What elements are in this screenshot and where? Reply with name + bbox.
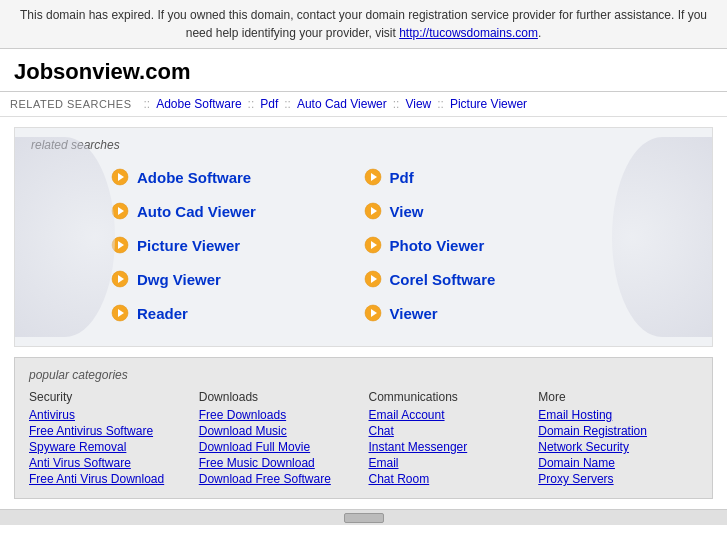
circle-decoration-right (612, 137, 712, 337)
category-column-communications: Communications Email Account Chat Instan… (369, 390, 529, 488)
list-item: View (364, 194, 617, 228)
category-link-download-full-movie[interactable]: Download Full Movie (199, 440, 359, 454)
main-content: related searches Adobe Software (0, 117, 727, 509)
search-link-view[interactable]: View (390, 203, 424, 220)
scroll-thumb[interactable] (344, 513, 384, 523)
separator-2: :: (248, 97, 255, 111)
category-link-chat[interactable]: Chat (369, 424, 529, 438)
related-bar-link-3[interactable]: View (405, 97, 431, 111)
site-title: Jobsonview.com (0, 49, 727, 92)
category-link-chat-room[interactable]: Chat Room (369, 472, 529, 486)
category-link-anti-virus[interactable]: Anti Virus Software (29, 456, 189, 470)
category-column-security: Security Antivirus Free Antivirus Softwa… (29, 390, 189, 488)
separator-4: :: (393, 97, 400, 111)
category-column-downloads: Downloads Free Downloads Download Music … (199, 390, 359, 488)
search-link-photo-viewer[interactable]: Photo Viewer (390, 237, 485, 254)
category-link-network-security[interactable]: Network Security (538, 440, 698, 454)
category-link-free-anti-virus-download[interactable]: Free Anti Virus Download (29, 472, 189, 486)
search-link-viewer[interactable]: Viewer (390, 305, 438, 322)
list-item: Reader (111, 296, 364, 330)
list-item: Pdf (364, 160, 617, 194)
category-link-free-antivirus[interactable]: Free Antivirus Software (29, 424, 189, 438)
related-bar-link-0[interactable]: Adobe Software (156, 97, 241, 111)
search-link-adobe-software[interactable]: Adobe Software (137, 169, 251, 186)
related-bar-link-2[interactable]: Auto Cad Viewer (297, 97, 387, 111)
column-header-more: More (538, 390, 698, 404)
category-link-email[interactable]: Email (369, 456, 529, 470)
category-link-instant-messenger[interactable]: Instant Messenger (369, 440, 529, 454)
column-header-downloads: Downloads (199, 390, 359, 404)
categories-grid: Security Antivirus Free Antivirus Softwa… (29, 390, 698, 488)
list-item: Picture Viewer (111, 228, 364, 262)
related-searches-title: related searches (31, 138, 696, 152)
notification-text: This domain has expired. If you owned th… (20, 8, 707, 40)
category-link-spyware[interactable]: Spyware Removal (29, 440, 189, 454)
category-link-proxy-servers[interactable]: Proxy Servers (538, 472, 698, 486)
search-link-autocad-viewer[interactable]: Auto Cad Viewer (137, 203, 256, 220)
column-header-security: Security (29, 390, 189, 404)
arrow-icon (111, 304, 129, 322)
related-bar-link-4[interactable]: Picture Viewer (450, 97, 527, 111)
related-bar-link-1[interactable]: Pdf (260, 97, 278, 111)
search-link-reader[interactable]: Reader (137, 305, 188, 322)
popular-categories-section: popular categories Security Antivirus Fr… (14, 357, 713, 499)
list-item: Viewer (364, 296, 617, 330)
arrow-icon (364, 168, 382, 186)
list-item: Photo Viewer (364, 228, 617, 262)
arrow-icon (111, 270, 129, 288)
category-link-download-free-software[interactable]: Download Free Software (199, 472, 359, 486)
notification-bar: This domain has expired. If you owned th… (0, 0, 727, 49)
category-link-free-music-download[interactable]: Free Music Download (199, 456, 359, 470)
related-bar-label: RELATED SEARCHES (10, 98, 132, 110)
horizontal-scrollbar[interactable] (0, 509, 727, 525)
arrow-icon (364, 202, 382, 220)
separator-1: :: (144, 97, 151, 111)
search-link-corel-software[interactable]: Corel Software (390, 271, 496, 288)
arrow-icon (111, 168, 129, 186)
category-link-email-hosting[interactable]: Email Hosting (538, 408, 698, 422)
popular-categories-title: popular categories (29, 368, 698, 382)
search-links-grid: Adobe Software Pdf (31, 160, 696, 330)
list-item: Dwg Viewer (111, 262, 364, 296)
list-item: Auto Cad Viewer (111, 194, 364, 228)
search-link-pdf[interactable]: Pdf (390, 169, 414, 186)
category-link-download-music[interactable]: Download Music (199, 424, 359, 438)
arrow-icon (364, 304, 382, 322)
related-searches-section: related searches Adobe Software (14, 127, 713, 347)
category-link-domain-name[interactable]: Domain Name (538, 456, 698, 470)
category-link-domain-registration[interactable]: Domain Registration (538, 424, 698, 438)
circle-decoration-left (15, 137, 115, 337)
notification-link[interactable]: http://tucowsdomains.com (399, 26, 538, 40)
arrow-icon (364, 270, 382, 288)
category-link-antivirus[interactable]: Antivirus (29, 408, 189, 422)
search-link-dwg-viewer[interactable]: Dwg Viewer (137, 271, 221, 288)
separator-5: :: (437, 97, 444, 111)
list-item: Adobe Software (111, 160, 364, 194)
arrow-icon (364, 236, 382, 254)
list-item: Corel Software (364, 262, 617, 296)
search-link-picture-viewer[interactable]: Picture Viewer (137, 237, 240, 254)
column-header-communications: Communications (369, 390, 529, 404)
category-link-free-downloads[interactable]: Free Downloads (199, 408, 359, 422)
category-column-more: More Email Hosting Domain Registration N… (538, 390, 698, 488)
category-link-email-account[interactable]: Email Account (369, 408, 529, 422)
separator-3: :: (284, 97, 291, 111)
related-bar: RELATED SEARCHES :: Adobe Software :: Pd… (0, 92, 727, 117)
